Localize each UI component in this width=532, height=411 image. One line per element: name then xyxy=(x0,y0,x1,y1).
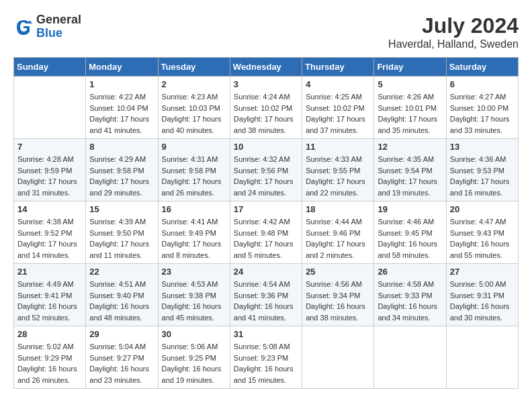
calendar-cell: 18Sunrise: 4:44 AMSunset: 9:46 PMDayligh… xyxy=(302,201,374,264)
day-info: Sunrise: 4:31 AMSunset: 9:58 PMDaylight:… xyxy=(162,154,226,198)
day-number: 29 xyxy=(89,329,154,339)
col-header-tuesday: Tuesday xyxy=(158,58,230,77)
day-number: 2 xyxy=(162,79,226,89)
day-number: 21 xyxy=(17,267,82,277)
calendar-cell: 5Sunrise: 4:26 AMSunset: 10:01 PMDayligh… xyxy=(374,77,446,139)
calendar-cell: 9Sunrise: 4:31 AMSunset: 9:58 PMDaylight… xyxy=(158,139,230,201)
day-number: 30 xyxy=(162,329,226,339)
day-info: Sunrise: 4:29 AMSunset: 9:58 PMDaylight:… xyxy=(89,154,154,198)
calendar-cell: 8Sunrise: 4:29 AMSunset: 9:58 PMDaylight… xyxy=(86,139,158,201)
day-info: Sunrise: 4:26 AMSunset: 10:01 PMDaylight… xyxy=(378,91,442,136)
calendar-cell: 2Sunrise: 4:23 AMSunset: 10:03 PMDayligh… xyxy=(158,77,230,139)
day-number: 25 xyxy=(306,267,370,277)
day-info: Sunrise: 4:56 AMSunset: 9:34 PMDaylight:… xyxy=(306,279,370,323)
day-info: Sunrise: 4:25 AMSunset: 10:02 PMDaylight… xyxy=(306,91,370,136)
day-number: 6 xyxy=(450,79,515,89)
day-info: Sunrise: 4:38 AMSunset: 9:52 PMDaylight:… xyxy=(17,216,82,261)
calendar-cell: 27Sunrise: 5:00 AMSunset: 9:31 PMDayligh… xyxy=(446,264,518,326)
day-info: Sunrise: 5:04 AMSunset: 9:27 PMDaylight:… xyxy=(89,341,154,385)
calendar-cell: 3Sunrise: 4:24 AMSunset: 10:02 PMDayligh… xyxy=(230,77,302,139)
location: Haverdal, Halland, Sweden xyxy=(388,38,519,50)
week-row-5: 28Sunrise: 5:02 AMSunset: 9:29 PMDayligh… xyxy=(14,326,519,389)
day-number: 28 xyxy=(17,329,82,339)
col-header-friday: Friday xyxy=(374,58,446,77)
day-number: 31 xyxy=(234,329,298,339)
day-info: Sunrise: 4:36 AMSunset: 9:53 PMDaylight:… xyxy=(450,154,515,198)
page-header: General Blue July 2024 Haverdal, Halland… xyxy=(13,13,519,50)
calendar-cell: 20Sunrise: 4:47 AMSunset: 9:43 PMDayligh… xyxy=(446,201,518,264)
day-info: Sunrise: 4:23 AMSunset: 10:03 PMDaylight… xyxy=(162,91,226,136)
day-number: 10 xyxy=(234,142,298,152)
logo: General Blue xyxy=(13,13,81,40)
day-number: 26 xyxy=(378,267,442,277)
calendar-cell: 7Sunrise: 4:28 AMSunset: 9:59 PMDaylight… xyxy=(14,139,86,201)
calendar-cell xyxy=(14,77,86,139)
logo-text: General Blue xyxy=(36,13,81,40)
day-number: 4 xyxy=(306,79,370,89)
logo-blue-text: Blue xyxy=(36,26,62,40)
calendar-table: SundayMondayTuesdayWednesdayThursdayFrid… xyxy=(13,57,519,389)
col-header-wednesday: Wednesday xyxy=(230,58,302,77)
day-number: 7 xyxy=(17,142,82,152)
calendar-cell: 24Sunrise: 4:54 AMSunset: 9:36 PMDayligh… xyxy=(230,264,302,326)
day-number: 5 xyxy=(378,79,442,89)
col-header-thursday: Thursday xyxy=(302,58,374,77)
day-info: Sunrise: 4:32 AMSunset: 9:56 PMDaylight:… xyxy=(234,154,298,198)
week-row-3: 14Sunrise: 4:38 AMSunset: 9:52 PMDayligh… xyxy=(14,201,519,264)
day-number: 17 xyxy=(234,204,298,214)
day-info: Sunrise: 4:47 AMSunset: 9:43 PMDaylight:… xyxy=(450,216,515,261)
calendar-cell: 11Sunrise: 4:33 AMSunset: 9:55 PMDayligh… xyxy=(302,139,374,201)
month-year: July 2024 xyxy=(388,13,519,38)
day-info: Sunrise: 4:28 AMSunset: 9:59 PMDaylight:… xyxy=(17,154,82,198)
logo-icon xyxy=(13,17,34,37)
calendar-cell: 28Sunrise: 5:02 AMSunset: 9:29 PMDayligh… xyxy=(14,326,86,389)
calendar-cell: 30Sunrise: 5:06 AMSunset: 9:25 PMDayligh… xyxy=(158,326,230,389)
day-info: Sunrise: 4:39 AMSunset: 9:50 PMDaylight:… xyxy=(89,216,154,261)
calendar-cell: 29Sunrise: 5:04 AMSunset: 9:27 PMDayligh… xyxy=(86,326,158,389)
day-info: Sunrise: 4:51 AMSunset: 9:40 PMDaylight:… xyxy=(89,279,154,323)
day-number: 22 xyxy=(89,267,154,277)
calendar-cell: 17Sunrise: 4:42 AMSunset: 9:48 PMDayligh… xyxy=(230,201,302,264)
day-number: 24 xyxy=(234,267,298,277)
calendar-cell: 10Sunrise: 4:32 AMSunset: 9:56 PMDayligh… xyxy=(230,139,302,201)
day-number: 20 xyxy=(450,204,515,214)
week-row-1: 1Sunrise: 4:22 AMSunset: 10:04 PMDayligh… xyxy=(14,77,519,139)
calendar-cell: 23Sunrise: 4:53 AMSunset: 9:38 PMDayligh… xyxy=(158,264,230,326)
day-number: 11 xyxy=(306,142,370,152)
calendar-cell: 21Sunrise: 4:49 AMSunset: 9:41 PMDayligh… xyxy=(14,264,86,326)
calendar-cell: 1Sunrise: 4:22 AMSunset: 10:04 PMDayligh… xyxy=(86,77,158,139)
day-info: Sunrise: 4:24 AMSunset: 10:02 PMDaylight… xyxy=(234,91,298,136)
col-header-monday: Monday xyxy=(86,58,158,77)
title-block: July 2024 Haverdal, Halland, Sweden xyxy=(388,13,519,50)
calendar-cell: 31Sunrise: 5:08 AMSunset: 9:23 PMDayligh… xyxy=(230,326,302,389)
day-info: Sunrise: 4:42 AMSunset: 9:48 PMDaylight:… xyxy=(234,216,298,261)
day-number: 27 xyxy=(450,267,515,277)
day-info: Sunrise: 4:53 AMSunset: 9:38 PMDaylight:… xyxy=(162,279,226,323)
day-number: 12 xyxy=(378,142,442,152)
calendar-cell: 25Sunrise: 4:56 AMSunset: 9:34 PMDayligh… xyxy=(302,264,374,326)
day-info: Sunrise: 5:02 AMSunset: 9:29 PMDaylight:… xyxy=(17,341,82,385)
calendar-cell: 26Sunrise: 4:58 AMSunset: 9:33 PMDayligh… xyxy=(374,264,446,326)
calendar-cell: 15Sunrise: 4:39 AMSunset: 9:50 PMDayligh… xyxy=(86,201,158,264)
calendar-cell: 6Sunrise: 4:27 AMSunset: 10:00 PMDayligh… xyxy=(446,77,518,139)
day-number: 19 xyxy=(378,204,442,214)
calendar-cell: 14Sunrise: 4:38 AMSunset: 9:52 PMDayligh… xyxy=(14,201,86,264)
day-number: 3 xyxy=(234,79,298,89)
day-number: 16 xyxy=(162,204,226,214)
week-row-2: 7Sunrise: 4:28 AMSunset: 9:59 PMDaylight… xyxy=(14,139,519,201)
calendar-cell: 12Sunrise: 4:35 AMSunset: 9:54 PMDayligh… xyxy=(374,139,446,201)
calendar-cell: 16Sunrise: 4:41 AMSunset: 9:49 PMDayligh… xyxy=(158,201,230,264)
day-number: 13 xyxy=(450,142,515,152)
day-number: 8 xyxy=(89,142,154,152)
day-info: Sunrise: 4:27 AMSunset: 10:00 PMDaylight… xyxy=(450,91,515,136)
day-number: 9 xyxy=(162,142,226,152)
week-row-4: 21Sunrise: 4:49 AMSunset: 9:41 PMDayligh… xyxy=(14,264,519,326)
calendar-cell: 19Sunrise: 4:46 AMSunset: 9:45 PMDayligh… xyxy=(374,201,446,264)
day-info: Sunrise: 4:58 AMSunset: 9:33 PMDaylight:… xyxy=(378,279,442,323)
day-info: Sunrise: 4:35 AMSunset: 9:54 PMDaylight:… xyxy=(378,154,442,198)
calendar-cell xyxy=(446,326,518,389)
day-info: Sunrise: 4:33 AMSunset: 9:55 PMDaylight:… xyxy=(306,154,370,198)
day-info: Sunrise: 5:06 AMSunset: 9:25 PMDaylight:… xyxy=(162,341,226,385)
day-info: Sunrise: 5:08 AMSunset: 9:23 PMDaylight:… xyxy=(234,341,298,385)
calendar-cell: 4Sunrise: 4:25 AMSunset: 10:02 PMDayligh… xyxy=(302,77,374,139)
